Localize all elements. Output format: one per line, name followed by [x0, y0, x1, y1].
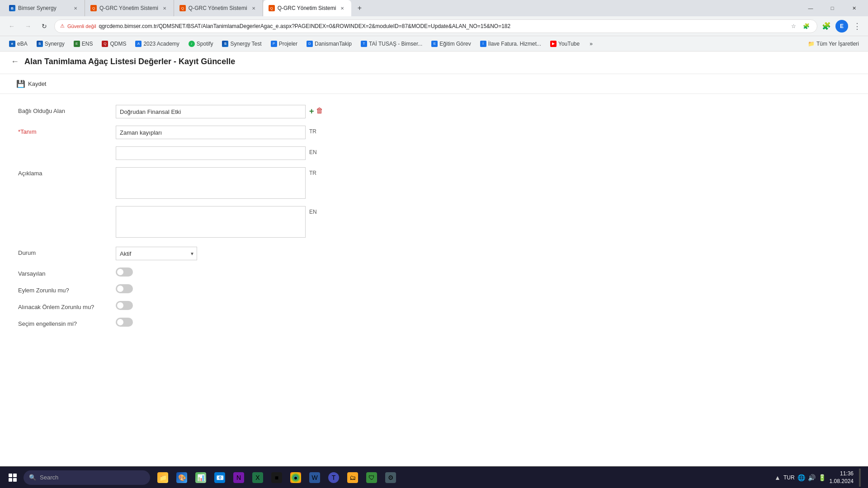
bookmark-projeler-favicon: P [271, 41, 277, 47]
taskbar-search[interactable]: 🔍 Search [24, 470, 150, 485]
taskbar-app-teams[interactable]: T [325, 469, 343, 487]
bookmark-eba[interactable]: e eBA [5, 39, 31, 49]
aciklama-tr-textarea[interactable] [116, 167, 306, 199]
taskbar-app-onenote[interactable]: N [230, 469, 248, 487]
menu-button[interactable]: ⋮ [852, 21, 863, 32]
paint-icon: 🎨 [176, 472, 187, 483]
add-button[interactable]: + [309, 107, 314, 116]
chrome-icon: ● [290, 472, 301, 483]
aciklama-tr-badge: TR [309, 167, 323, 176]
bookmark-synergy-test[interactable]: S Synergy Test [218, 39, 265, 49]
onenote-icon: N [233, 472, 244, 483]
bookmark-synergy[interactable]: S Synergy [33, 39, 68, 49]
bookmark-tai[interactable]: T TAİ TUSAŞ - Bimser... [357, 39, 426, 49]
bookmarks-folder[interactable]: 📁 Tüm Yer İşaretleri [804, 39, 863, 49]
new-tab-button[interactable]: + [353, 2, 366, 14]
taskbar-app-outlook[interactable]: 📧 [211, 469, 229, 487]
close-button[interactable]: ✕ [844, 1, 864, 15]
bookmark-synergy-label: Synergy [45, 41, 65, 47]
taskbar-app-excel[interactable]: X [249, 469, 267, 487]
bookmark-qdms[interactable]: Q QDMS [98, 39, 130, 49]
tab-bimser-synergy[interactable]: B Bimser Synergy ✕ [4, 0, 85, 16]
tanim-en-spacer [18, 146, 108, 149]
varsayilan-toggle[interactable] [116, 267, 133, 277]
back-arrow-button[interactable]: ← [11, 57, 19, 66]
bagli-oldugu-alan-input[interactable] [116, 105, 306, 118]
varsayilan-slider [116, 267, 133, 277]
tab-qgrc-3[interactable]: Q Q-GRC Yönetim Sistemi ✕ [263, 0, 352, 16]
page-content: ← Alan Tanimlama Ağaç Listesi Değerler -… [0, 52, 868, 466]
address-bar: ← → ↻ ⚠ Güvenli değil qgrcdemo.bimser.co… [0, 16, 868, 36]
bagli-action-buttons: + 🗑 [309, 105, 323, 116]
page-header: ← Alan Tanimlama Ağaç Listesi Değerler -… [0, 52, 868, 74]
taskbar-app-explorer[interactable]: 📁 [154, 469, 172, 487]
bookmarks-more-button[interactable]: » [587, 39, 595, 49]
wifi-icon[interactable]: 🌐 [797, 474, 805, 481]
taskbar-search-placeholder: Search [40, 474, 58, 481]
taskbar-app-word[interactable]: W [306, 469, 324, 487]
taskbar-app-security[interactable]: 🛡 [363, 469, 381, 487]
refresh-button[interactable]: ↻ [38, 20, 51, 33]
tab-qgrc-1[interactable]: Q Q-GRC Yönetim Sistemi ✕ [85, 0, 174, 16]
tab-close-bimser[interactable]: ✕ [72, 5, 79, 12]
volume-icon[interactable]: 🔊 [808, 474, 816, 481]
taskbar-app-black[interactable]: ■ [268, 469, 286, 487]
taskbar-app-app3[interactable]: 📊 [192, 469, 210, 487]
form-row-onlem: Alınacak Önlem Zorunlu mu? [18, 301, 850, 310]
bookmark-spotify[interactable]: ♪ Spotify [185, 39, 217, 49]
bookmark-ens-label: ENS [82, 41, 93, 47]
back-button[interactable]: ← [5, 20, 18, 33]
bookmark-ilave[interactable]: İ İlave Fatura. Hizmet... [476, 39, 545, 49]
tanim-en-input[interactable] [116, 146, 306, 160]
bookmark-danisman[interactable]: D DanismanTakip [303, 39, 355, 49]
tab-label-qgrc1: Q-GRC Yönetim Sistemi [99, 5, 158, 11]
taskbar-app-paint[interactable]: 🎨 [173, 469, 191, 487]
alinacak-onlem-label: Alınacak Önlem Zorunlu mu? [18, 301, 108, 310]
battery-icon[interactable]: 🔋 [818, 474, 826, 481]
durum-select[interactable]: Aktif Pasif [116, 247, 197, 260]
tanim-tr-input[interactable] [116, 126, 306, 139]
bookmark-youtube[interactable]: ▶ YouTube [547, 39, 583, 49]
tab-close-qgrc1[interactable]: ✕ [161, 5, 168, 12]
tanim-en-controls: EN [116, 146, 850, 160]
bookmark-ens[interactable]: E ENS [70, 39, 97, 49]
taskbar-app-settings[interactable]: ⚙ [382, 469, 400, 487]
bookmark-projeler[interactable]: P Projeler [267, 39, 301, 49]
bookmark-star-icon[interactable]: ☆ [788, 21, 799, 32]
tray-chevron-icon[interactable]: ▲ [774, 474, 781, 481]
profile-button[interactable]: E [835, 20, 848, 33]
tanim-tr-controls: TR [116, 126, 850, 139]
tab-close-qgrc3[interactable]: ✕ [339, 5, 346, 12]
extensions-icon[interactable]: 🧩 [801, 21, 811, 32]
bookmark-egitim[interactable]: E Eğitim Görev [428, 39, 474, 49]
bookmark-youtube-label: YouTube [558, 41, 580, 47]
onlem-toggle[interactable] [116, 301, 133, 310]
taskbar-language: TUR [783, 474, 795, 481]
delete-button[interactable]: 🗑 [316, 107, 323, 116]
app3-icon: 📊 [195, 472, 206, 483]
taskbar: 🔍 Search 📁 🎨 📊 📧 N [0, 466, 868, 488]
taskbar-app-chrome[interactable]: ● [287, 469, 305, 487]
taskbar-apps: 📁 🎨 📊 📧 N X ■ [154, 469, 400, 487]
start-button[interactable] [4, 469, 22, 487]
bookmark-tai-favicon: T [361, 41, 367, 47]
taskbar-app-files[interactable]: 🗂 [344, 469, 362, 487]
save-button[interactable]: 💾 Kaydet [11, 78, 52, 90]
url-bar[interactable]: ⚠ Güvenli değil qgrcdemo.bimser.com.tr/Q… [54, 19, 817, 33]
secim-toggle[interactable] [116, 318, 133, 327]
eylem-toggle[interactable] [116, 284, 133, 293]
aciklama-label: Açıklama [18, 167, 108, 177]
bookmark-synergy-test-label: Synergy Test [230, 41, 261, 47]
forward-button[interactable]: → [22, 20, 34, 33]
maximize-button[interactable]: □ [822, 1, 843, 15]
aciklama-en-textarea[interactable] [116, 206, 306, 238]
taskbar-clock[interactable]: 11:36 1.08.2024 [830, 470, 854, 485]
show-desktop-button[interactable] [859, 469, 861, 487]
tab-close-qgrc2[interactable]: ✕ [250, 5, 257, 12]
bookmark-egitim-label: Eğitim Görev [439, 41, 471, 47]
minimize-button[interactable]: — [800, 1, 821, 15]
extensions-button[interactable]: 🧩 [821, 21, 832, 32]
bookmark-academy[interactable]: A 2023 Academy [132, 39, 183, 49]
tab-qgrc-2[interactable]: Q Q-GRC Yönetim Sistemi ✕ [174, 0, 263, 16]
save-label: Kaydet [28, 80, 46, 87]
